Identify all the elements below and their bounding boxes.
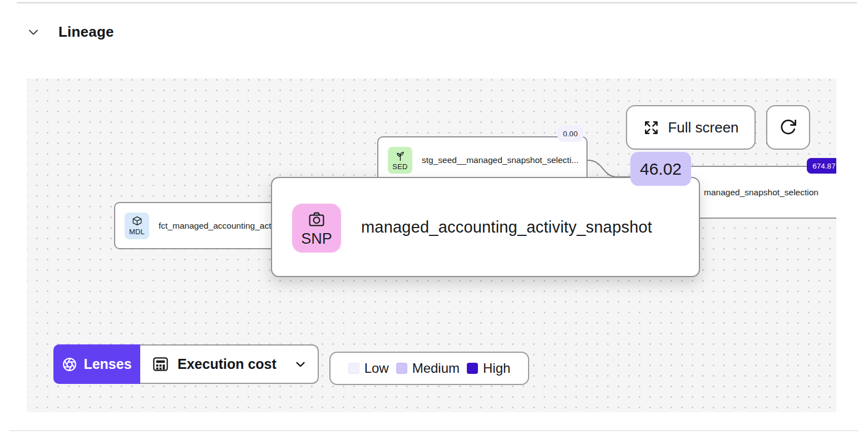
seed-sprout-icon — [394, 150, 406, 162]
full-screen-button[interactable]: Full screen — [626, 105, 756, 150]
type-badge-label: SED — [392, 162, 407, 171]
snapshot-camera-icon — [307, 209, 327, 229]
expand-arrows-icon — [643, 119, 660, 136]
legend-swatch-low — [348, 363, 359, 374]
node-label: managed_snapshot_selection — [704, 188, 818, 198]
type-badge-label: MDL — [129, 228, 145, 236]
chevron-down-icon — [27, 26, 40, 39]
full-screen-label: Full screen — [668, 119, 738, 136]
bottom-divider — [9, 430, 859, 431]
top-divider — [17, 2, 857, 3]
lenses-label: Lenses — [83, 356, 131, 372]
cost-badge-medium: 46.02 — [630, 152, 691, 186]
legend-item-medium: Medium — [396, 361, 460, 376]
chevron-down-icon — [294, 358, 307, 371]
cost-badge-high: 674.87 — [807, 158, 836, 174]
node-hover-card-snapshot[interactable]: SNP managed_accounting_activity_snapshot — [271, 177, 700, 277]
selected-lens-label: Execution cost — [177, 356, 286, 372]
lenses-aperture-icon — [62, 357, 77, 372]
collapse-section-button[interactable] — [26, 25, 41, 40]
lineage-canvas[interactable]: managed_snapshot_selection SED stg_seed_… — [27, 78, 836, 412]
page-title: Lineage — [58, 23, 114, 41]
cost-badge-low: 0.00 — [558, 126, 583, 142]
cost-legend: Low Medium High — [329, 352, 529, 385]
lineage-page: Lineage managed_snapshot_selection SED s… — [0, 0, 868, 444]
legend-item-low: Low — [348, 361, 389, 376]
model-cube-icon — [131, 215, 143, 227]
node-label: fct_managed_accounting_act — [159, 221, 272, 231]
hover-card-title: managed_accounting_activity_snapshot — [361, 218, 652, 236]
legend-item-high: High — [467, 361, 510, 376]
legend-swatch-high — [467, 363, 478, 374]
execution-cost-icon — [152, 356, 169, 373]
legend-label: Medium — [412, 361, 460, 376]
lenses-control: Lenses Execution cost — [53, 344, 319, 384]
lenses-button[interactable]: Lenses — [53, 344, 140, 384]
node-label: stg_seed__managed_snapshot_selecti... — [422, 155, 579, 165]
section-header: Lineage — [26, 23, 114, 41]
type-badge-label: SNP — [301, 230, 332, 248]
legend-label: High — [483, 361, 510, 376]
legend-swatch-medium — [396, 363, 407, 374]
refresh-button[interactable] — [766, 105, 810, 150]
legend-label: Low — [364, 361, 389, 376]
lens-selector-dropdown[interactable]: Execution cost — [140, 344, 319, 384]
seed-type-badge: SED — [388, 147, 412, 174]
model-type-badge: MDL — [125, 213, 149, 239]
snapshot-type-badge: SNP — [292, 204, 341, 253]
refresh-icon — [779, 119, 797, 137]
